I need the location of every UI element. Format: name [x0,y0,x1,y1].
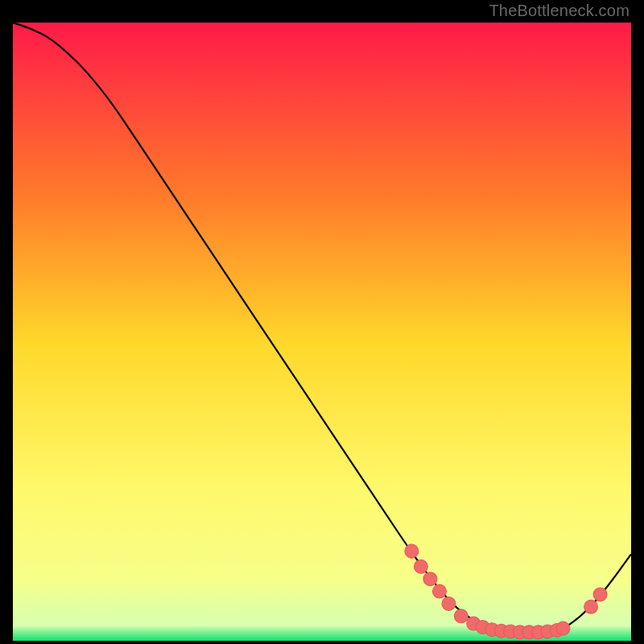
attribution-text: TheBottleneck.com [489,2,630,20]
curve-dot [454,609,468,623]
curve-dot [556,621,570,635]
gradient-background [13,23,631,641]
curve-dot [442,597,456,610]
curve-dot [432,584,446,598]
curve-dot [593,588,607,601]
chart-area [13,23,631,641]
chart-svg [13,23,631,641]
curve-dot [584,600,598,613]
curve-dot [414,559,427,573]
curve-dot [405,544,419,558]
curve-dot [423,572,437,586]
